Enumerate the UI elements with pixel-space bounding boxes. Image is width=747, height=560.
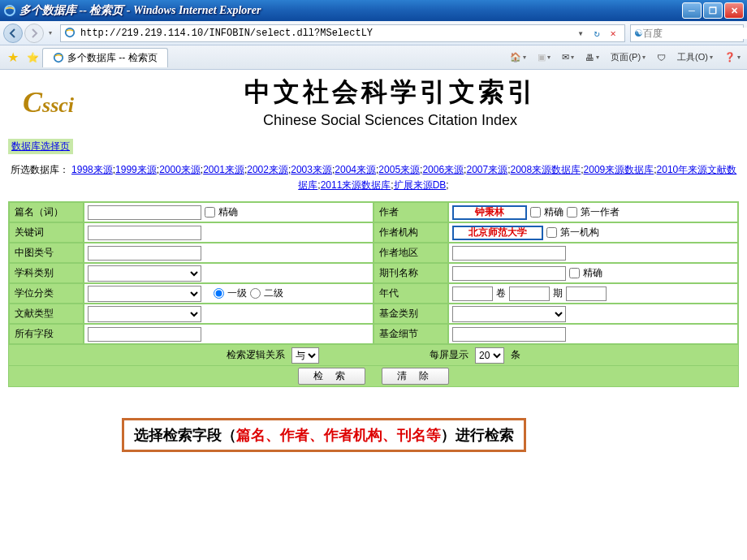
page-menu[interactable]: 页面(P)▾	[607, 50, 649, 65]
home-button[interactable]: 🏠▾	[507, 50, 529, 64]
input-author[interactable]	[452, 205, 527, 220]
label-author-region: 作者地区	[374, 243, 448, 263]
db-link[interactable]: 扩展来源DB	[394, 179, 447, 191]
print-button[interactable]: 🖶▾	[582, 51, 602, 64]
cb-journal-exact[interactable]	[569, 268, 580, 278]
minimize-button[interactable]: ─	[682, 2, 702, 19]
close-button[interactable]: ✕	[724, 2, 744, 19]
db-link[interactable]: 1998来源	[71, 164, 113, 175]
db-link[interactable]: 2000来源	[159, 164, 201, 175]
select-doctype[interactable]	[88, 306, 201, 322]
help-icon: ❓	[724, 52, 736, 62]
select-perpage[interactable]: 20	[475, 347, 504, 364]
tab-title: 多个数据库 -- 检索页	[67, 51, 158, 65]
form-right-col: 作者 精确 第一作者 作者机构 第一机构 作者地区 期刊名称	[374, 202, 738, 344]
cb-first-org[interactable]	[546, 227, 557, 238]
input-allfields[interactable]	[88, 327, 201, 342]
db-link[interactable]: 2006来源	[422, 164, 464, 175]
input-vol[interactable]	[509, 286, 550, 301]
search-input[interactable]	[643, 28, 747, 39]
browser-tab[interactable]: 多个数据库 -- 检索页	[42, 48, 168, 67]
forward-button[interactable]	[24, 24, 44, 43]
db-link[interactable]: 1999来源	[115, 164, 157, 175]
back-button[interactable]	[3, 24, 23, 43]
input-year[interactable]	[452, 286, 493, 301]
db-link[interactable]: 2007来源	[466, 164, 507, 175]
input-journal[interactable]	[452, 266, 566, 281]
input-keyword[interactable]	[88, 226, 201, 240]
selected-db-list: 所选数据库： 1998来源;1999来源;2000来源;2001来源;2002来…	[8, 162, 739, 193]
radio-level2[interactable]	[250, 288, 261, 299]
stop-button[interactable]: ✕	[605, 25, 621, 41]
page-title-cn: 中文社会科学引文索引	[90, 75, 690, 110]
ie-icon	[3, 4, 16, 17]
tab-page-icon	[53, 52, 64, 63]
home-icon: 🏠	[510, 52, 521, 62]
db-link[interactable]: 2003来源	[291, 164, 332, 175]
nav-history-dropdown[interactable]: ▾	[45, 29, 55, 37]
select-relation[interactable]: 与	[291, 347, 319, 364]
db-link[interactable]: 2008来源数据库	[511, 164, 581, 175]
tools-menu[interactable]: 工具(O)▾	[674, 50, 716, 65]
input-title[interactable]	[88, 205, 201, 220]
rss-button[interactable]: ▣▾	[534, 50, 554, 64]
rss-icon: ▣	[538, 52, 546, 62]
label-title: 篇名（词）	[9, 202, 84, 222]
db-select-link[interactable]: 数据库选择页	[8, 139, 73, 154]
select-fund-type[interactable]	[452, 306, 566, 322]
input-clc[interactable]	[88, 246, 201, 261]
select-degree[interactable]	[88, 286, 201, 302]
radio-level1[interactable]	[214, 288, 224, 299]
label-year: 年代	[374, 283, 448, 304]
search-box[interactable]: ☯ 🔍	[630, 24, 744, 42]
label-author: 作者	[374, 202, 448, 222]
logic-bar: 检索逻辑关系 与 每屏显示 20 条	[8, 345, 739, 366]
header: Cssci 中文社会科学引文索引 Chinese Social Sciences…	[8, 75, 739, 129]
db-link[interactable]: 2011来源数据库	[321, 179, 391, 191]
db-link[interactable]: 2002来源	[247, 164, 288, 175]
label-allfields: 所有字段	[9, 324, 84, 344]
cssci-logo: Cssci	[23, 85, 74, 119]
input-fund-detail[interactable]	[452, 327, 566, 342]
mail-button[interactable]: ✉▾	[559, 50, 577, 64]
select-subject[interactable]	[88, 265, 201, 282]
favorites-add-button[interactable]: ⭐	[23, 48, 42, 67]
input-issue[interactable]	[566, 286, 607, 301]
url-input[interactable]	[80, 28, 572, 39]
window-title: 多个数据库 -- 检索页 - Windows Internet Explorer	[19, 3, 682, 18]
addr-dropdown-icon[interactable]: ▾	[572, 25, 589, 41]
clear-button[interactable]: 清 除	[382, 368, 449, 385]
label-doctype: 文献类型	[9, 304, 84, 324]
form-left-col: 篇名（词） 精确 关键词 中图类号 学科类别 学位分类 一级	[9, 202, 374, 344]
maximize-button[interactable]: ❐	[703, 2, 723, 19]
db-list-label: 所选数据库：	[11, 164, 69, 175]
label-fund-detail: 基金细节	[374, 324, 448, 344]
help-button[interactable]: ❓▾	[721, 50, 744, 64]
label-clc: 中图类号	[9, 243, 84, 263]
db-link[interactable]: 2009来源数据库	[584, 164, 654, 175]
input-author-region[interactable]	[452, 246, 566, 261]
refresh-button[interactable]: ↻	[589, 25, 605, 41]
db-link[interactable]: 2005来源	[378, 164, 420, 175]
safety-menu[interactable]: 🛡	[654, 51, 669, 64]
input-author-org[interactable]	[452, 226, 543, 240]
label-author-org: 作者机构	[374, 222, 448, 243]
cb-first-author[interactable]	[567, 207, 577, 218]
print-icon: 🖶	[585, 53, 594, 62]
cb-title-exact[interactable]	[205, 207, 215, 218]
perpage-unit: 条	[511, 348, 520, 362]
cb-author-exact[interactable]	[530, 207, 541, 218]
label-subject: 学科类别	[9, 263, 84, 283]
favorites-button[interactable]: ★	[3, 48, 23, 67]
label-fund-type: 基金类别	[374, 304, 448, 324]
relation-label: 检索逻辑关系	[227, 348, 285, 362]
instruction-box: 选择检索字段（篇名、作者、作者机构、刊名等）进行检索	[122, 418, 526, 452]
tab-bar: ★ ⭐ 多个数据库 -- 检索页 🏠▾ ▣▾ ✉▾ 🖶▾ 页面(P)▾ 🛡 工具…	[0, 45, 747, 70]
mail-icon: ✉	[562, 52, 569, 62]
search-button[interactable]: 检 索	[298, 368, 365, 385]
address-bar[interactable]: ▾ ↻ ✕	[60, 24, 625, 42]
db-link[interactable]: 2001来源	[203, 164, 244, 175]
page-content: Cssci 中文社会科学引文索引 Chinese Social Sciences…	[0, 70, 747, 473]
label-journal: 期刊名称	[374, 263, 448, 283]
db-link[interactable]: 2004来源	[335, 164, 376, 175]
